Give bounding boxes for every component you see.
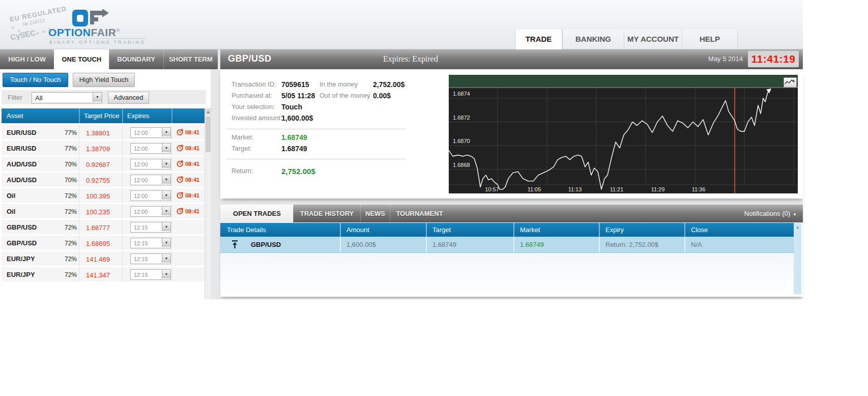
expiry-select[interactable]: 12:00▼	[130, 175, 171, 185]
asset-row-eur-usd-0[interactable]: EUR/USD77%1.3880112:00▼08:41	[2, 125, 206, 139]
detail-label: Out of the money	[320, 92, 370, 99]
main-nav-tabs: TRADEBANKINGMY ACCOUNTHELP	[515, 30, 738, 49]
market-value: 1.68749	[281, 133, 307, 142]
countdown: 08:41	[176, 160, 199, 167]
asset-list-scrollbar[interactable]: ▲	[205, 108, 211, 299]
expiry-select[interactable]: 12:15▼	[130, 269, 171, 280]
asset-name: GBP/USD	[7, 239, 37, 247]
asset-row-eur-usd-1[interactable]: EUR/USD77%1.3870912:00▼08:41	[2, 141, 206, 155]
high-yield-touch-button[interactable]: High Yield Touch	[73, 73, 135, 87]
asset-row-gbp-usd-7[interactable]: GBP/USD72%1.6869512:15▼	[2, 236, 206, 250]
nav-tab-trade[interactable]: TRADE	[515, 30, 562, 49]
asset-name: EUR/JPY	[7, 255, 35, 263]
detail-row: In the money2,752.00$	[320, 80, 406, 88]
expires-status: Expires: Expired	[383, 54, 438, 64]
chevron-down-icon[interactable]: ▼	[162, 254, 170, 263]
trade-cell-market: 1.68749	[520, 241, 544, 248]
instrument-tab-high-low[interactable]: HIGH / LOW	[0, 49, 54, 69]
detail-value: 0.00$	[373, 92, 391, 100]
nav-tab-my-account[interactable]: MY ACCOUNT	[624, 30, 682, 49]
chevron-down-icon[interactable]: ▼	[162, 207, 170, 215]
chevron-down-icon[interactable]: ▼	[162, 128, 170, 136]
target-label: Target:	[232, 145, 252, 152]
touch-no-touch-button[interactable]: Touch / No Touch	[3, 73, 68, 87]
nav-tab-banking[interactable]: BANKING	[562, 30, 624, 49]
expiry-select-value: 12:00	[134, 161, 148, 167]
open-trade-row-gbp-usd[interactable]: GBP/USD1,600.00$1.687491.68749Return: 2,…	[220, 237, 794, 253]
expiry-select-value: 12:15	[134, 240, 148, 246]
expiry-select[interactable]: 12:00▼	[130, 190, 171, 201]
star-icon: ★	[17, 29, 21, 33]
instrument-tab-one-touch[interactable]: ONE TOUCH	[54, 49, 108, 69]
tab-trade-history[interactable]: TRADE HISTORY	[293, 205, 360, 222]
scroll-up-icon[interactable]: ▲	[205, 108, 211, 115]
notifications-toggle[interactable]: Notifications (0)▼	[744, 205, 797, 222]
asset-row-gbp-usd-6[interactable]: GBP/USD72%1.6877712:15▼	[2, 220, 206, 234]
countdown-clock-icon	[176, 191, 184, 199]
countdown-time: 08:41	[185, 145, 199, 151]
symbol-bar: GBP/USD Expires: Expired May 5 2014 11:4…	[220, 49, 803, 69]
asset-payout: 72%	[56, 224, 77, 231]
asset-name: EUR/USD	[7, 129, 37, 136]
asset-name: EUR/USD	[7, 145, 37, 152]
instrument-tab-boundary[interactable]: BOUNDARY	[109, 49, 163, 69]
y-axis-tick: 1.6874	[453, 91, 470, 97]
symbol-title: GBP/USD	[228, 53, 272, 64]
chevron-down-icon[interactable]: ▼	[162, 175, 170, 184]
asset-row-eur-jpy-8[interactable]: EUR/JPY72%141.46912:15▼	[2, 251, 206, 266]
trade-cell-close: N/A	[691, 241, 702, 248]
scroll-up-icon[interactable]: ▲	[794, 224, 801, 231]
chevron-down-icon[interactable]: ▼	[162, 222, 170, 231]
expiry-select[interactable]: 12:00▼	[130, 143, 171, 154]
asset-table-header: Asset Target Price Expires	[2, 108, 206, 123]
market-label: Market:	[232, 133, 253, 141]
chart-type-button[interactable]	[784, 77, 797, 88]
column-asset: Asset	[7, 112, 23, 120]
expiry-select[interactable]: 12:15▼	[130, 238, 171, 248]
trade-detail-panel: Transaction ID:7059615 Purchased at:5/05…	[220, 69, 803, 199]
countdown-clock-icon	[176, 207, 184, 215]
return-label: Return:	[232, 167, 253, 175]
instrument-tab-short-term[interactable]: SHORT TERM	[163, 49, 218, 69]
countdown-clock-icon	[176, 144, 184, 152]
trades-panel: OPEN TRADESTRADE HISTORYNEWSTOURNAMENTNo…	[220, 205, 803, 297]
expiry-select[interactable]: 12:15▼	[130, 253, 171, 264]
tab-news[interactable]: NEWS	[360, 205, 390, 222]
expiry-select[interactable]: 12:00▼	[130, 127, 171, 138]
detail-label: In the money	[320, 80, 358, 88]
chevron-down-icon[interactable]: ▼	[162, 270, 170, 278]
asset-payout: 70%	[56, 177, 77, 184]
countdown-time: 08:41	[185, 208, 199, 214]
tab-open-trades[interactable]: OPEN TRADES	[220, 205, 293, 222]
detail-row: Invested amount:1,600.00$	[232, 114, 282, 122]
asset-row-aud-usd-3[interactable]: AUD/USD70%0.9275512:00▼08:41	[2, 173, 206, 187]
chevron-down-icon[interactable]: ▼	[162, 144, 170, 152]
expiry-select[interactable]: 12:00▼	[130, 159, 171, 169]
filter-select[interactable]: All ▼	[32, 92, 102, 103]
filter-label: Filter	[8, 94, 22, 101]
scrollbar-thumb[interactable]	[206, 117, 211, 152]
advanced-button[interactable]: Advanced	[108, 92, 149, 104]
nav-tab-help[interactable]: HELP	[682, 30, 738, 49]
x-axis-tick: 11:05	[528, 186, 541, 192]
expiry-select[interactable]: 12:15▼	[130, 222, 171, 233]
asset-row-aud-usd-2[interactable]: AUD/USD70%0.9268712:00▼08:41	[2, 157, 206, 171]
chevron-down-icon[interactable]: ▼	[162, 159, 170, 168]
chevron-down-icon[interactable]: ▼	[162, 191, 170, 200]
asset-row-oil-5[interactable]: Oil72%100.23512:00▼08:41	[2, 204, 206, 218]
asset-name: Oil	[7, 192, 15, 200]
asset-name: AUD/USD	[7, 176, 37, 184]
countdown-time: 08:41	[185, 177, 199, 183]
expiry-select[interactable]: 12:00▼	[130, 206, 171, 217]
countdown-time: 08:41	[185, 129, 199, 135]
trades-scrollbar[interactable]: ▲	[794, 223, 801, 294]
asset-payout: 72%	[56, 256, 77, 263]
chevron-down-icon[interactable]: ▼	[162, 238, 170, 247]
open-trades-header: Trade DetailsAmountTargetMarketExpiryClo…	[220, 223, 794, 237]
asset-row-eur-jpy-9[interactable]: EUR/JPY72%141.34712:15▼	[2, 267, 206, 281]
price-chart-svg: 1.68741.68721.68701.686810:5711:0511:131…	[449, 75, 798, 193]
asset-name: AUD/USD	[7, 160, 37, 168]
tab-tournament[interactable]: TOURNAMENT	[390, 205, 449, 222]
asset-row-oil-4[interactable]: Oil72%100.39512:00▼08:41	[2, 188, 206, 203]
chevron-down-icon[interactable]: ▼	[93, 93, 102, 102]
